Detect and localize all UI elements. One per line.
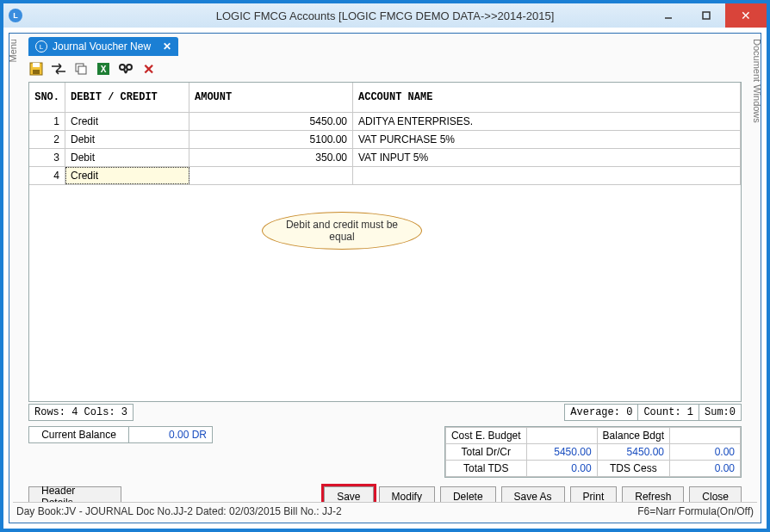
- cost-budget-label: Cost E. Budget: [445, 428, 526, 444]
- budget-table: Cost E. Budget Balance Bdgt Total Dr/Cr …: [444, 426, 742, 478]
- grid-header: SNO. DEBIT / CREDIT AMOUNT ACCOUNT NAME: [29, 83, 741, 113]
- menu-sidebar-tab[interactable]: Menu: [8, 39, 22, 63]
- stat-average: Average: 0: [564, 404, 638, 421]
- grid-body: 1 Credit 5450.00 ADITYA ENTERPRISES. 2 D…: [29, 113, 741, 401]
- current-balance-value: 0.00 DR: [129, 427, 212, 442]
- window-title: LOGIC FMCG Accounts [LOGIC FMCG DEMO DAT…: [216, 9, 555, 22]
- journal-grid[interactable]: SNO. DEBIT / CREDIT AMOUNT ACCOUNT NAME …: [28, 82, 742, 402]
- client-area: Menu Document Windows L Journal Voucher …: [9, 33, 761, 523]
- minimize-button[interactable]: [649, 3, 687, 28]
- grid-dimensions: Rows: 4 Cols: 3: [28, 404, 134, 421]
- document-tab-journal-voucher[interactable]: L Journal Voucher New ✕: [28, 37, 178, 56]
- balance-budget-value: [670, 428, 741, 444]
- svg-rect-6: [78, 66, 86, 74]
- table-row[interactable]: 3 Debit 350.00 VAT INPUT 5%: [29, 149, 741, 167]
- col-account-name[interactable]: ACCOUNT NAME: [353, 83, 741, 112]
- table-row[interactable]: 2 Debit 5100.00 VAT PURCHASE 5%: [29, 131, 741, 149]
- doc-tab-title: Journal Voucher New: [53, 40, 151, 53]
- status-bar: Day Book:JV - JOURNAL Doc No.JJ-2 Dated:…: [13, 502, 757, 519]
- app-window: L LOGIC FMCG Accounts [LOGIC FMCG DEMO D…: [0, 0, 770, 532]
- cost-budget-value: [526, 428, 597, 444]
- save-icon[interactable]: [28, 61, 44, 77]
- total-diff-value: 0.00: [670, 444, 741, 461]
- window-controls: ✕: [649, 3, 767, 28]
- total-drcr-label: Total Dr/Cr: [445, 444, 526, 461]
- col-amount[interactable]: AMOUNT: [189, 83, 353, 112]
- svg-point-9: [120, 65, 125, 70]
- maximize-button[interactable]: [687, 3, 725, 28]
- document-windows-sidebar-tab[interactable]: Document Windows: [748, 39, 762, 123]
- active-cell[interactable]: Credit: [65, 167, 189, 184]
- svg-line-12: [126, 70, 127, 73]
- svg-point-10: [127, 65, 132, 70]
- current-balance-label: Current Balance: [29, 427, 129, 442]
- svg-rect-3: [33, 63, 40, 67]
- app-icon: L: [9, 9, 22, 22]
- titlebar: L LOGIC FMCG Accounts [LOGIC FMCG DEMO D…: [3, 3, 767, 28]
- find-icon[interactable]: [118, 61, 134, 77]
- doc-tab-close-icon[interactable]: ✕: [163, 40, 171, 53]
- doc-tab-icon: L: [35, 40, 47, 53]
- col-debit-credit[interactable]: DEBIT / CREDIT: [65, 83, 189, 112]
- total-cr-value: 5450.00: [597, 444, 669, 461]
- tds-cess-label: TDS Cess: [597, 461, 669, 477]
- col-sno[interactable]: SNO.: [29, 83, 65, 112]
- copy-icon[interactable]: [73, 61, 89, 77]
- grid-stats-row: Rows: 4 Cols: 3 Average: 0 Count: 1 Sum:…: [28, 404, 742, 421]
- document-tabstrip: L Journal Voucher New ✕: [28, 37, 178, 56]
- total-tds-value: 0.00: [526, 461, 597, 477]
- status-right: F6=Narr Formula(On/Off): [637, 505, 754, 517]
- tds-cess-value: 0.00: [670, 461, 741, 477]
- total-dr-value: 5450.00: [526, 444, 597, 461]
- balance-budget-label: Balance Bdgt: [597, 428, 669, 444]
- toolbar: X ✕: [28, 59, 156, 78]
- table-row[interactable]: 4 Credit: [29, 167, 741, 185]
- window-close-button[interactable]: ✕: [725, 3, 767, 28]
- table-row[interactable]: 1 Credit 5450.00 ADITYA ENTERPRISES.: [29, 113, 741, 131]
- summary-row: Current Balance 0.00 DR Cost E. Budget B…: [28, 426, 742, 478]
- svg-text:X: X: [101, 65, 107, 74]
- delete-icon[interactable]: ✕: [140, 61, 156, 77]
- svg-rect-1: [703, 12, 710, 19]
- excel-icon[interactable]: X: [96, 61, 111, 77]
- callout-balance-warning: Debit and credit must be equal: [262, 212, 422, 250]
- current-balance-box: Current Balance 0.00 DR: [28, 426, 213, 443]
- status-left: Day Book:JV - JOURNAL Doc No.JJ-2 Dated:…: [16, 505, 342, 517]
- stat-count: Count: 1: [638, 404, 699, 421]
- stat-sum: Sum:0: [699, 404, 742, 421]
- content-area: SNO. DEBIT / CREDIT AMOUNT ACCOUNT NAME …: [28, 82, 742, 498]
- svg-rect-4: [33, 70, 40, 74]
- total-tds-label: Total TDS: [445, 461, 526, 477]
- swap-icon[interactable]: [51, 61, 66, 77]
